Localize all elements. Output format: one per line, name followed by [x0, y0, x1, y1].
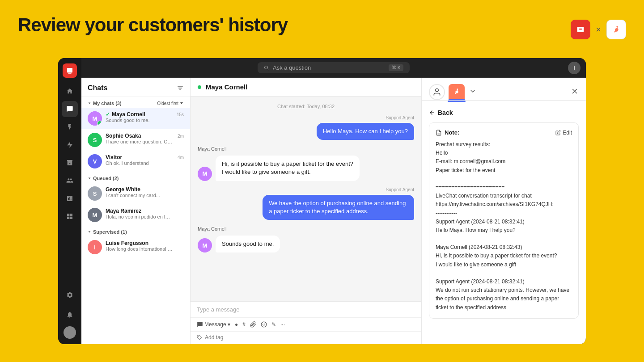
page-title: Review your customers' history	[18, 14, 288, 36]
edit-btn[interactable]: Edit	[555, 130, 572, 136]
queued-label: Queued (2)	[88, 176, 119, 181]
sidebar-icon-settings[interactable]	[62, 287, 78, 303]
chat-preview-luise: How long does international ship...	[106, 246, 173, 252]
chat-name-maya-ramirez: Maya Ramirez	[106, 208, 141, 214]
chat-name-luise: Luise Fergusson	[106, 240, 148, 246]
svg-point-2	[580, 29, 581, 30]
add-tag-label: Add tag	[205, 334, 223, 341]
livechat-icon-btn[interactable]	[571, 20, 590, 39]
sort-button[interactable]: Oldest first	[157, 101, 184, 106]
sidebar-icon-chart[interactable]	[62, 190, 78, 206]
chat-time-visitor: 4m	[178, 155, 184, 160]
chat-name-row-visitor: Visitor 4m	[106, 154, 184, 160]
profile-icon-topbar[interactable]: I	[568, 62, 580, 74]
sidebar-icon-chat[interactable]	[62, 101, 78, 117]
top-bar: Ask a question ⌘ K I	[81, 58, 586, 78]
note-title: Note:	[436, 129, 459, 136]
sidebar-icon-home[interactable]	[62, 83, 78, 99]
filter-icon[interactable]	[177, 84, 184, 92]
svg-marker-6	[89, 177, 91, 179]
panel-profile-tab[interactable]	[429, 84, 445, 100]
chat-avatar-visitor: V	[88, 154, 102, 168]
sidebar-icon-lightning[interactable]	[62, 137, 78, 153]
chat-preview-maya-ramirez: Hola, no veo mi pedido en la lista...	[106, 214, 173, 219]
agent-label-2: Support Agent	[386, 187, 414, 192]
chat-preview-maya: Sounds good to me.	[106, 118, 173, 123]
sidebar-icon-team[interactable]	[62, 173, 78, 189]
chat-item-george[interactable]: S George White I can't connect my card..…	[81, 183, 190, 204]
toolbar-hash-btn[interactable]: #	[242, 321, 246, 328]
chat-info-maya: ✓ Maya Cornell 15s Sounds good to me.	[106, 111, 184, 123]
chat-time-sophie: 2m	[178, 134, 184, 139]
panel-hubspot-tab[interactable]	[449, 84, 465, 100]
svg-point-1	[579, 29, 580, 30]
chat-input-box[interactable]: Type a message	[191, 302, 421, 318]
note-body: Prechat survey results: Hello E-mail: m.…	[436, 140, 572, 312]
chat-info-luise: Luise Fergusson How long does internatio…	[106, 240, 184, 252]
chat-item-maya-ramirez[interactable]: M Maya Ramirez Hola, no veo mi pedido en…	[81, 204, 190, 226]
message-bubble-visitor-1: Hi, is it possible to buy a paper ticket…	[216, 156, 360, 181]
chat-time-maya: 15s	[177, 112, 184, 117]
chat-window: Maya Cornell Chat started: Today, 08:32 …	[191, 78, 421, 344]
sidebar-icon-archive[interactable]	[62, 155, 78, 171]
chats-title: Chats	[88, 84, 107, 92]
chat-name-george: George White	[106, 186, 140, 193]
message-bubble-agent-2: We have the option of purchasing online …	[263, 195, 414, 220]
back-btn[interactable]: Back	[429, 109, 579, 116]
message-group-visitor-1: Maya Cornell M Hi, is it possible to buy…	[198, 146, 414, 181]
svg-point-3	[581, 29, 583, 30]
chat-info-george: George White I can't connect my card...	[106, 186, 184, 198]
chat-started-label: Chat started: Today, 08:32	[198, 104, 414, 109]
panel-content: Back Note: Edit Prechat survey results:	[422, 102, 586, 344]
kbd-hint: ⌘ K	[389, 64, 403, 71]
toolbar-more-btn[interactable]: ···	[280, 321, 285, 328]
chat-avatar-maya-ramirez: M	[88, 208, 102, 222]
agent-label-1: Support Agent	[386, 115, 414, 120]
chat-toolbar: Message ▾ ● # ✎ ···	[191, 318, 421, 331]
panel-close-btn[interactable]	[571, 87, 579, 97]
sidebar-icon-bell[interactable]	[62, 307, 78, 323]
chat-avatar-sophie: S	[88, 133, 102, 147]
chat-name-maya: ✓ Maya Cornell	[106, 111, 145, 118]
visitor-avatar-1: M	[198, 167, 212, 181]
chat-item-maya-cornell[interactable]: M ✓ Maya Cornell 15s So	[81, 108, 190, 129]
search-bar[interactable]: Ask a question ⌘ K	[258, 62, 410, 73]
svg-point-9	[263, 324, 263, 324]
supervised-header: Supervised (1)	[81, 226, 190, 236]
sidebar-icon-grid[interactable]	[62, 208, 78, 224]
chat-item-sophie[interactable]: S Sophie Osaka 2m I have one more questi…	[81, 129, 190, 151]
chat-name-row-maya-ramirez: Maya Ramirez	[106, 208, 184, 214]
header-close-icon[interactable]: ×	[596, 25, 601, 35]
toolbar-attach-btn[interactable]	[250, 321, 256, 328]
chats-header: Chats	[81, 78, 190, 97]
chat-info-visitor: Visitor 4m Oh ok. I understand	[106, 154, 184, 166]
chat-name-sophie: Sophie Osaka	[106, 133, 141, 139]
user-avatar-sidebar[interactable]	[64, 326, 76, 339]
message-btn[interactable]: Message ▾	[197, 321, 230, 328]
chat-item-visitor[interactable]: V Visitor 4m Oh ok. I understand	[81, 151, 190, 172]
status-dot-online	[198, 85, 201, 89]
sidebar-bottom-section	[62, 287, 78, 339]
sidebar	[58, 58, 81, 344]
chat-name-row-george: George White	[106, 186, 184, 193]
svg-marker-5	[180, 102, 183, 104]
chat-item-luise[interactable]: I Luise Fergusson How long does internat…	[81, 236, 190, 258]
add-tag-row[interactable]: Add tag	[191, 331, 421, 344]
chat-name-row-sophie: Sophie Osaka 2m	[106, 133, 184, 139]
toolbar-edit-btn[interactable]: ✎	[271, 321, 276, 328]
message-row-agent-1: Hello Maya. How can I help you?	[198, 123, 414, 140]
chat-avatar-george: S	[88, 186, 102, 201]
chat-info-sophie: Sophie Osaka 2m I have one more question…	[106, 133, 184, 144]
message-row-visitor-2: M Sounds good to me.	[198, 236, 414, 253]
panel-chevron-down[interactable]	[469, 88, 476, 97]
hubspot-icon-btn[interactable]	[606, 20, 626, 39]
sidebar-logo[interactable]	[63, 63, 77, 78]
visitor-label-1: Maya Cornell	[198, 146, 414, 152]
toolbar-emoji-btn[interactable]	[261, 321, 267, 328]
header-icons: ×	[571, 20, 626, 39]
toolbar-circle-btn[interactable]: ●	[235, 321, 238, 328]
search-placeholder: Ask a question	[273, 64, 385, 71]
my-chats-label: My chats (3)	[88, 101, 122, 106]
message-bubble-agent-1: Hello Maya. How can I help you?	[317, 123, 414, 140]
sidebar-icon-bolt[interactable]	[62, 119, 78, 135]
